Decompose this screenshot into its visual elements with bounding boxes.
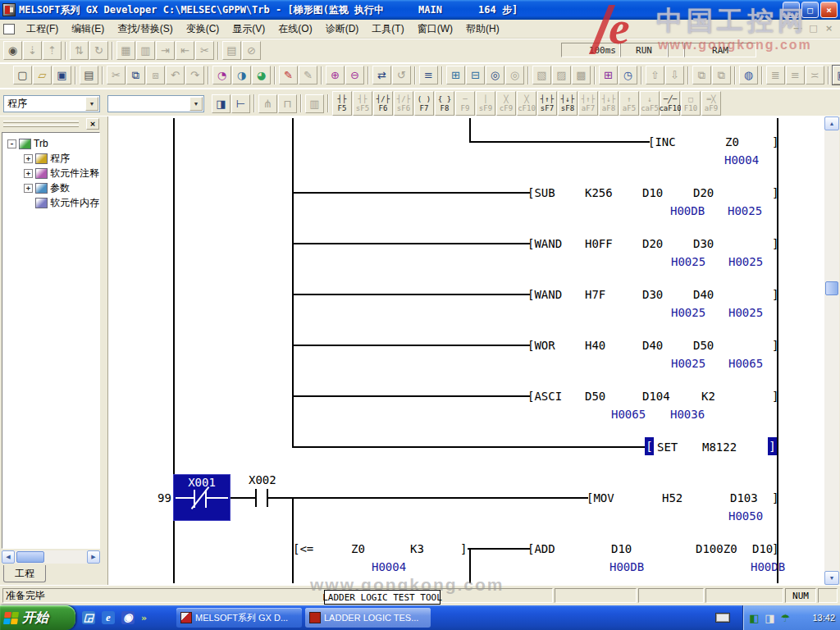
- trace-3-button[interactable]: ≍: [806, 66, 824, 84]
- contact-x001-selected[interactable]: X001: [173, 474, 231, 521]
- comment-display-button[interactable]: ⊞: [446, 66, 465, 84]
- menu-item-4[interactable]: 显示(V): [226, 20, 272, 39]
- antivirus-icon[interactable]: ☂: [779, 612, 792, 624]
- insert-line-button[interactable]: ⇥: [156, 41, 175, 60]
- tree-node-软元件内存[interactable]: 软元件内存: [2, 195, 99, 210]
- tree-node-程序[interactable]: +程序: [2, 151, 99, 166]
- close-button[interactable]: ×: [820, 2, 838, 18]
- minimize-button[interactable]: _: [783, 2, 800, 18]
- parameter-setting-button[interactable]: ⊞: [599, 66, 618, 84]
- ladder-symbol-aF7-button[interactable]: ┤↑├aF7: [578, 91, 598, 116]
- ime-indicator-icon[interactable]: ◨: [764, 612, 776, 624]
- ladder-symbol-aF8-button[interactable]: ┤↓├aF8: [599, 91, 619, 116]
- taskbar-item-melsoft[interactable]: MELSOFT系列 GX D...: [176, 608, 302, 628]
- wrap-source-create-button[interactable]: ⋔: [258, 94, 277, 113]
- expand-icon[interactable]: +: [24, 184, 33, 193]
- device-monitor-button[interactable]: ◎: [486, 66, 504, 84]
- monitor-write-mode-button[interactable]: ◑: [232, 66, 251, 84]
- read-from-plc-button[interactable]: ✎: [299, 66, 317, 84]
- ladder-symbol-F6-button[interactable]: ┤/├F6: [373, 91, 393, 116]
- mdi-minimize-icon[interactable]: —: [792, 23, 804, 34]
- start-button[interactable]: 开始: [0, 605, 75, 630]
- zoom-out-button[interactable]: ⊖: [345, 66, 364, 84]
- insert-block-button[interactable]: ▦: [116, 41, 135, 60]
- save-project-button[interactable]: ▣: [52, 66, 71, 84]
- new-project-button[interactable]: ▢: [13, 66, 32, 84]
- tile-windows-button[interactable]: ⧉: [712, 66, 731, 84]
- menu-item-9[interactable]: 帮助(H): [459, 20, 506, 39]
- tree-node-软元件注释[interactable]: +软元件注释: [2, 166, 99, 180]
- keyboard-layout-icon[interactable]: [715, 613, 730, 623]
- mdi-restore-icon[interactable]: □: [807, 23, 819, 34]
- refresh-button[interactable]: ↺: [392, 66, 411, 84]
- open-project-button[interactable]: ▱: [33, 66, 52, 84]
- usb-device-icon[interactable]: ◧: [748, 612, 760, 624]
- jump-button[interactable]: ⇅: [70, 41, 89, 60]
- program-check-button[interactable]: ▨: [552, 66, 571, 84]
- find-previous-button[interactable]: ⇡: [43, 41, 62, 60]
- trace-1-button[interactable]: ≣: [766, 66, 785, 84]
- ladder-symbol-aF5-button[interactable]: ↑aF5: [619, 91, 639, 116]
- save-block-button[interactable]: ▤: [222, 41, 241, 60]
- internet-explorer-icon[interactable]: e: [102, 611, 115, 624]
- monitor-mode-button[interactable]: ◔: [212, 66, 231, 84]
- ladder-diagram-pane[interactable]: [INCZ0]H0004[SUBK256D10D20]H00DBH0025[WA…: [107, 116, 824, 585]
- menu-item-3[interactable]: 变换(C): [180, 20, 226, 39]
- panel-grip[interactable]: [3, 121, 79, 123]
- rule-edit-button[interactable]: ▥: [305, 94, 324, 113]
- ladder-monitor-window-button[interactable]: ▣: [833, 66, 840, 84]
- paste-button[interactable]: ⧈: [146, 66, 165, 84]
- program-type-combo[interactable]: 程序▼: [3, 95, 100, 112]
- mdi-window-controls[interactable]: —□×: [792, 23, 835, 34]
- cross-reference-button[interactable]: ↻: [89, 41, 108, 60]
- ladder-symbol-sF8-button[interactable]: ┤↓├sF8: [558, 91, 578, 116]
- move-up-button[interactable]: ⇧: [646, 66, 664, 84]
- redo-button[interactable]: ↷: [185, 66, 204, 84]
- maximize-button[interactable]: □: [801, 2, 819, 18]
- mdi-close-icon[interactable]: ×: [823, 23, 835, 34]
- registered-monitor-button[interactable]: ◕: [252, 66, 271, 84]
- ladder-symbol-sF5-button[interactable]: ┤├sF5: [353, 91, 372, 116]
- find-monitor-button[interactable]: ◍: [739, 66, 758, 84]
- list-used-devices-button[interactable]: ▥: [136, 41, 155, 60]
- menu-item-2[interactable]: 查找/替换(S): [111, 20, 179, 39]
- ladder-symbol-cF9-button[interactable]: ╳cF9: [496, 91, 516, 116]
- delete-line-button[interactable]: ⇤: [176, 41, 194, 60]
- taskbar-clock[interactable]: 13:42: [812, 613, 835, 623]
- tab-project[interactable]: 工程: [3, 565, 46, 582]
- cut-button[interactable]: ✂: [107, 66, 126, 84]
- project-tree-toggle-button[interactable]: ⊢: [231, 94, 250, 113]
- mdi-document-icon[interactable]: [3, 24, 15, 34]
- ladder-symbol-sF7-button[interactable]: ┤↑├sF7: [537, 91, 557, 116]
- write-to-plc-button[interactable]: ✎: [279, 66, 298, 84]
- collapse-icon[interactable]: -: [7, 139, 16, 148]
- pan-mode-button[interactable]: ⊘: [242, 41, 261, 60]
- show-desktop-icon[interactable]: ◲: [82, 611, 95, 624]
- menu-item-6[interactable]: 诊断(D): [319, 20, 366, 39]
- quick-launch-chevron[interactable]: »: [141, 613, 147, 623]
- find-next-button[interactable]: ⇣: [23, 41, 42, 60]
- taskbar-item-ladder-logic-test[interactable]: LADDER LOGIC TES...: [305, 608, 431, 628]
- print-button[interactable]: ▤: [80, 66, 98, 84]
- ladder-list-toggle-button[interactable]: ≡: [419, 66, 438, 84]
- ladder-symbol-F8-button[interactable]: { }F8: [435, 91, 454, 116]
- menu-item-0[interactable]: 工程(F): [20, 20, 65, 39]
- menu-item-5[interactable]: 在线(O): [272, 20, 318, 39]
- ladder-symbol-aF9-button[interactable]: ═╳aF9: [701, 91, 721, 116]
- tree-node-root[interactable]: -Trb: [2, 136, 99, 151]
- zoom-in-button[interactable]: ⊕: [326, 66, 345, 84]
- ladder-symbol-caF10-button[interactable]: ─╱─caF10: [660, 91, 680, 116]
- device-test-button[interactable]: ◎: [505, 66, 524, 84]
- panel-grip[interactable]: [3, 125, 79, 127]
- undo-button[interactable]: ↶: [166, 66, 185, 84]
- tree-hscrollbar[interactable]: ◀ ▶: [2, 550, 100, 564]
- expand-icon[interactable]: +: [24, 169, 33, 178]
- menu-item-7[interactable]: 工具(T): [365, 20, 410, 39]
- cascade-windows-button[interactable]: ⧉: [692, 66, 711, 84]
- ladder-vscrollbar[interactable]: ▲ ▼: [824, 116, 839, 585]
- transfer-setup-button[interactable]: ⇄: [372, 66, 391, 84]
- ladder-symbol-F5-button[interactable]: ┤├F5: [332, 91, 352, 116]
- device-find-combo[interactable]: ▼: [107, 95, 204, 112]
- find-device-button[interactable]: ◉: [3, 41, 22, 60]
- copy-button[interactable]: ⧉: [126, 66, 145, 84]
